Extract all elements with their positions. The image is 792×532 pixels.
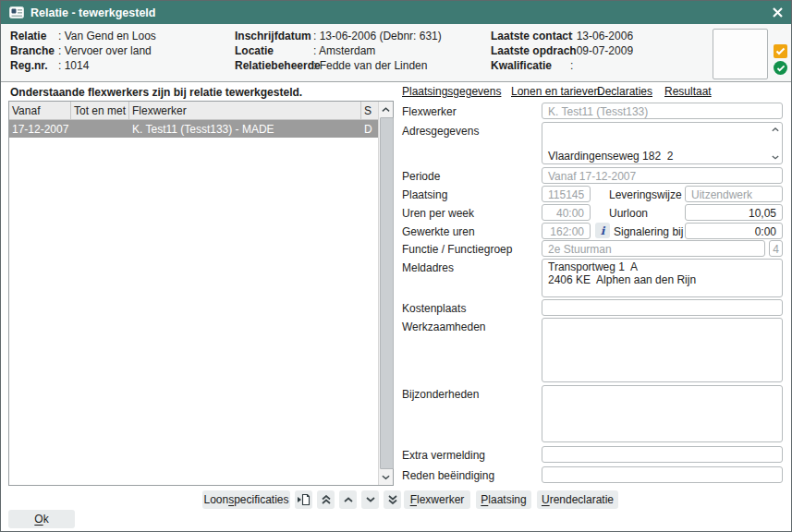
- branche-value: : Vervoer over land: [58, 44, 152, 57]
- flexwerker-label: Flexwerker: [402, 105, 457, 118]
- reden-beeindiging-label: Reden beëindiging: [402, 469, 494, 482]
- extra-vermelding-label: Extra vermelding: [402, 449, 485, 462]
- kwalificatie-value: :: [570, 59, 573, 72]
- green-check-icon: [774, 61, 787, 75]
- uren-per-week-label: Uren per week: [402, 207, 474, 220]
- functie-field: 2e Stuurman: [542, 240, 765, 257]
- regnr-label: Reg.nr.: [10, 59, 48, 72]
- uurloon-field[interactable]: 10,05: [685, 204, 783, 221]
- signalering-bij-field[interactable]: 0:00: [685, 223, 783, 239]
- kwalificatie-label: Kwalificatie: [491, 59, 552, 72]
- double-chevron-down-icon: [388, 495, 397, 504]
- relatiebeheerder-label: Relatiebeheerde: [235, 59, 321, 72]
- locatie-label: Locatie: [235, 44, 274, 57]
- plaatsing-button[interactable]: Plaatsing: [476, 490, 531, 509]
- move-down-button[interactable]: [361, 490, 379, 509]
- laatste-opdracht-label: Laatste opdrach: [491, 44, 577, 57]
- scroll-down-icon[interactable]: [379, 469, 393, 485]
- window-title: Relatie - tewerkgesteld: [30, 6, 155, 19]
- move-first-button[interactable]: [317, 490, 335, 509]
- flexworkers-caption: Onderstaande flexwerkers zijn bij relati…: [10, 86, 302, 99]
- gewerkte-uren-label: Gewerkte uren: [402, 225, 475, 238]
- title-bar: Relatie - tewerkgesteld: [1, 1, 791, 24]
- uren-per-week-field: 40:00: [542, 204, 591, 221]
- uurloon-label: Uurloon: [609, 207, 648, 220]
- column-header-tot-en-met: Tot en met: [71, 102, 129, 120]
- close-icon[interactable]: [773, 7, 783, 18]
- bijzonderheden-field[interactable]: [542, 385, 783, 442]
- chevron-up-icon: [344, 497, 353, 502]
- table-row-flexwerker[interactable]: K. Test11 (Tesst133) - MADE: [129, 120, 361, 138]
- regnr-value: : 1014: [58, 59, 89, 72]
- ok-button[interactable]: Ok: [8, 510, 75, 528]
- flexworkers-table: Vanaf Tot en met Flexwerker S 17-12-2007…: [8, 101, 394, 486]
- relatiebeheerder-value: : Fedde van der Linden: [313, 59, 427, 72]
- laatste-contact-value: : 13-06-2006: [570, 30, 633, 42]
- relatie-tewerkgesteld-window: Relatie - tewerkgesteld Relatie : Van Ge…: [0, 0, 792, 532]
- relatie-label: Relatie: [10, 30, 46, 42]
- photo-placeholder: [713, 29, 768, 79]
- tab-plaatsingsgegevens[interactable]: Plaatsingsgegevens: [402, 85, 501, 98]
- inschrijfdatum-value: : 13-06-2006 (Debnr: 631): [313, 30, 442, 42]
- meldadres-label: Meldadres: [402, 261, 454, 274]
- laatste-contact-label: Laatste contact: [491, 30, 572, 42]
- leveringswijze-field: Uitzendwerk: [685, 186, 783, 202]
- tab-resultaat[interactable]: Resultaat: [664, 85, 712, 98]
- signalering-bij-label: Signalering bij: [614, 225, 683, 238]
- adresgegevens-field[interactable]: Vlaardingenseweg 182 2 1V122 Made Polen: [542, 122, 783, 164]
- orange-check-icon: [774, 44, 787, 58]
- document-arrow-icon: [298, 493, 311, 506]
- functie-label: Functie / Functiegroep: [402, 243, 512, 256]
- kostenplaats-label: Kostenplaats: [402, 302, 466, 315]
- kostenplaats-field[interactable]: [542, 299, 783, 316]
- laatste-opdracht-value: : 09-07-2009: [570, 44, 633, 57]
- table-row-tot-en-met[interactable]: [71, 120, 129, 138]
- functiegroep-field: 4: [769, 240, 783, 257]
- meldadres-field[interactable]: Transportweg 1 A 2406 KE Alphen aan den …: [542, 259, 783, 297]
- locatie-value: : Amsterdam: [313, 44, 375, 57]
- werkzaamheden-field[interactable]: [542, 318, 783, 382]
- move-last-button[interactable]: [384, 490, 401, 509]
- info-icon[interactable]: i: [595, 223, 610, 238]
- extra-vermelding-field[interactable]: [542, 446, 783, 463]
- relation-header: Relatie : Van Gend en Loos Branche : Ver…: [1, 24, 791, 82]
- plaatsing-field: 115145: [542, 186, 591, 202]
- adres-scrollbar[interactable]: [769, 124, 781, 163]
- periode-label: Periode: [402, 170, 440, 183]
- bijzonderheden-label: Bijzonderheden: [402, 388, 479, 401]
- periode-field: Vanaf 17-12-2007: [542, 167, 783, 184]
- adresgegevens-text: Vlaardingenseweg 182 2 1V122 Made Polen: [548, 150, 776, 164]
- branche-label: Branche: [10, 44, 55, 57]
- goto-document-button[interactable]: [295, 490, 312, 509]
- flexwerker-button[interactable]: Flexwerker: [404, 490, 470, 509]
- scroll-up-icon[interactable]: [769, 125, 781, 134]
- table-row-status[interactable]: D: [361, 120, 378, 138]
- plaatsing-label: Plaatsing: [402, 188, 447, 201]
- scroll-down-icon[interactable]: [769, 152, 781, 162]
- column-header-flexwerker: Flexwerker: [129, 102, 361, 120]
- list-scrollbar[interactable]: [378, 102, 393, 485]
- contact-card-icon: [9, 6, 24, 18]
- tab-declaraties[interactable]: Declaraties: [597, 85, 652, 98]
- scroll-up-icon[interactable]: [379, 102, 393, 117]
- relatie-value: : Van Gend en Loos: [58, 30, 156, 42]
- tab-lonen-en-tarieven[interactable]: Lonen en tarieven: [511, 85, 600, 98]
- column-header-vanaf: Vanaf: [9, 102, 71, 120]
- reden-beeindiging-field[interactable]: [542, 466, 783, 483]
- double-chevron-up-icon: [322, 495, 331, 504]
- chevron-down-icon: [366, 497, 375, 502]
- flexwerker-field: K. Test11 (Tesst133): [542, 103, 783, 119]
- loonspecificaties-button[interactable]: Loonspecificaties: [202, 490, 290, 509]
- urendeclaratie-button[interactable]: Urendeclaratie: [537, 490, 618, 509]
- inschrijfdatum-label: Inschrijfdatum: [235, 30, 311, 42]
- move-up-button[interactable]: [339, 490, 357, 509]
- column-header-s: S: [361, 102, 378, 120]
- table-row-vanaf[interactable]: 17-12-2007: [9, 120, 71, 138]
- werkzaamheden-label: Werkzaamheden: [402, 320, 486, 333]
- gewerkte-uren-field: 162:00: [542, 223, 591, 239]
- scrollbar-thumb[interactable]: [380, 117, 394, 469]
- adresgegevens-label: Adresgegevens: [402, 125, 479, 138]
- leveringswijze-label: Leveringswijze: [609, 188, 682, 201]
